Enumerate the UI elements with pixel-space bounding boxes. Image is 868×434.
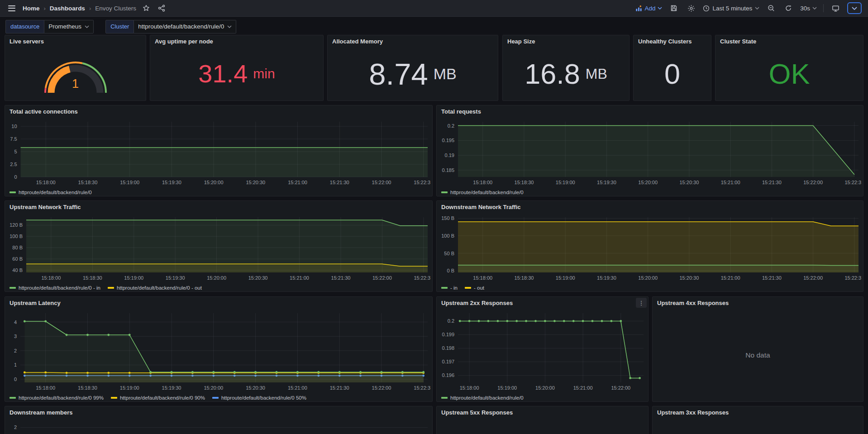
svg-text:3: 3 [14,334,17,339]
panel-title[interactable]: Total requests [441,108,481,115]
legend-item[interactable]: httproute/default/backend/rule/0 [441,190,524,195]
svg-text:15:20:00: 15:20:00 [204,180,224,185]
chart-canvas[interactable] [439,418,646,434]
chart-canvas[interactable]: 15:18:0015:18:3015:19:0015:19:3015:20:00… [7,309,430,394]
graph-bar-plus-icon [635,5,642,12]
legend-label: httproute/default/backend/rule/0 [19,190,92,195]
svg-text:0: 0 [14,377,17,382]
panel-downstream-network-traffic: Downstream Network Traffic 15:18:0015:18… [436,200,863,292]
refresh-interval-dropdown[interactable]: 30s [800,5,817,12]
top-nav-bar: Home › Dashboards › Envoy Clusters Add [0,0,868,17]
zoom-out-icon[interactable] [766,3,777,14]
breadcrumb-dashboards[interactable]: Dashboards [50,5,85,12]
svg-text:15:21:00: 15:21:00 [290,275,309,281]
stat-value: 1 [5,77,146,91]
menu-icon[interactable] [6,2,18,14]
expand-chevron-button[interactable] [847,2,862,14]
svg-text:15:20:30: 15:20:30 [680,180,699,185]
svg-text:2: 2 [14,348,17,353]
svg-text:15:20:00: 15:20:00 [638,180,658,185]
panel-title[interactable]: Live servers [10,38,44,45]
breadcrumb-home[interactable]: Home [23,5,40,12]
legend-item[interactable]: httproute/default/backend/rule/0 [441,395,524,401]
panel-upstream-latency: Upstream Latency 15:18:0015:18:3015:19:0… [5,296,433,402]
legend-item[interactable]: httproute/default/backend/rule/0 - in [10,285,100,291]
datasource-label: datasource [5,20,44,33]
chart-canvas[interactable]: 15:18:0015:18:3015:19:0015:19:3015:20:00… [439,213,861,284]
settings-gear-icon[interactable] [686,3,696,14]
datasource-variable: datasource Prometheus [5,20,94,33]
legend-item[interactable]: httproute/default/backend/rule/0 90% [111,395,205,401]
gauge: 1 [5,47,146,100]
svg-text:15:22:00: 15:22:00 [803,180,823,185]
panel-title[interactable]: Upstream 2xx Responses [441,300,513,306]
svg-text:15:19:00: 15:19:00 [497,385,517,391]
legend-item[interactable]: - in [441,285,458,291]
kiosk-monitor-icon[interactable] [830,3,841,14]
favorite-star-icon[interactable] [141,3,152,14]
chart-canvas[interactable]: 15:18:0015:19:0015:20:0015:21:0015:22:00… [439,309,646,394]
svg-text:40 B: 40 B [12,267,23,273]
panel-title[interactable]: Upstream Latency [10,300,61,306]
panel-title[interactable]: Heap Size [507,38,535,45]
legend-swatch [10,397,16,399]
legend-item[interactable]: httproute/default/backend/rule/0 [10,190,92,195]
panel-title[interactable]: Downstream members [10,409,72,416]
share-icon[interactable] [156,3,167,14]
panel-title[interactable]: Upstream 3xx Responses [657,409,729,416]
svg-text:0.195: 0.195 [442,138,454,143]
panel-title[interactable]: Upstream Network Traffic [10,204,81,210]
chart-canvas[interactable]: 15:18:0015:18:3015:19:0015:19:3015:20:00… [7,117,430,189]
svg-text:15:18:30: 15:18:30 [78,180,98,185]
cluster-variable: Cluster httproute/default/backend/rule/0 [105,20,236,33]
legend-item[interactable]: httproute/default/backend/rule/0 99% [10,395,104,401]
panel-menu-icon[interactable]: ⋮ [636,298,647,308]
panel-title[interactable]: Downstream Network Traffic [441,204,521,210]
svg-text:15:19:30: 15:19:30 [597,275,616,281]
add-button[interactable]: Add [635,5,662,12]
chart-canvas[interactable]: 15:18:0015:18:3015:19:0015:19:3015:20:00… [7,213,430,284]
svg-text:15:21:00: 15:21:00 [721,275,740,281]
chart-canvas[interactable]: 15:18:0015:18:3015:19:0015:19:3015:20:00… [439,117,861,189]
time-range-picker[interactable]: Last 5 minutes [703,5,759,12]
panel-title[interactable]: Avg uptime per node [155,38,213,45]
refresh-icon[interactable] [783,3,794,14]
svg-text:2: 2 [14,424,17,430]
save-dashboard-icon[interactable] [668,3,679,14]
panel-title[interactable]: Cluster State [720,38,756,45]
panel-heap-size: Heap Size 16.8 MB [502,35,630,101]
chevron-down-icon [227,25,232,28]
legend-swatch [111,397,117,399]
legend-label: httproute/default/backend/rule/0 - out [117,285,202,291]
svg-text:15:21:00: 15:21:00 [288,180,307,185]
panel-title[interactable]: Unhealthy Clusters [638,38,692,45]
chart-legend: - in- out [437,284,863,292]
panel-total-requests: Total requests 15:18:0015:18:3015:19:001… [436,105,863,196]
panel-upstream-2xx-responses: Upstream 2xx Responses ⋮ 15:18:0015:19:0… [436,296,649,402]
chart-legend: httproute/default/backend/rule/0 - inhtt… [5,284,432,292]
legend-item[interactable]: httproute/default/backend/rule/0 50% [212,395,306,401]
cluster-dropdown[interactable]: httproute/default/backend/rule/0 [134,20,236,33]
toolbar-divider [823,4,824,12]
svg-text:0.199: 0.199 [442,332,454,337]
svg-text:5: 5 [14,149,17,154]
stat-unit: MB [434,66,457,81]
svg-text:15:21:00: 15:21:00 [573,385,593,391]
panel-live-servers: Live servers 1 [5,35,146,101]
svg-text:15:22:00: 15:22:00 [611,385,630,391]
panel-title[interactable]: Upstream 4xx Responses [657,300,729,306]
legend-item[interactable]: - out [465,285,484,291]
svg-text:15:20:00: 15:20:00 [535,385,555,391]
legend-item[interactable]: httproute/default/backend/rule/0 - out [108,285,202,291]
svg-text:100 B: 100 B [10,234,23,239]
panel-title[interactable]: Total active connections [10,108,78,115]
svg-text:4: 4 [14,320,17,325]
chart-canvas[interactable] [654,418,861,434]
chart-canvas[interactable]: 2 [7,418,430,434]
panel-title[interactable]: Allocated Memory [332,38,383,45]
svg-text:2.5: 2.5 [10,162,17,167]
datasource-dropdown[interactable]: Prometheus [44,20,94,33]
svg-text:15:18:00: 15:18:00 [36,180,56,185]
panel-title[interactable]: Upstream 5xx Responses [441,409,513,416]
svg-text:15:19:30: 15:19:30 [162,180,181,185]
